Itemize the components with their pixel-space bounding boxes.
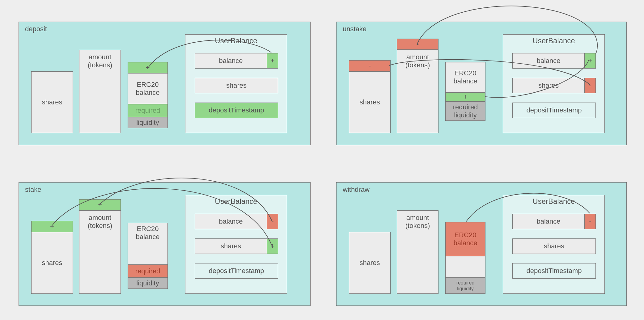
withdraw-required-liquidity-box: required liquidity — [445, 278, 485, 294]
stake-amount-box: amount (tokens) — [79, 210, 121, 294]
withdraw-ub-balance-minus: - — [585, 214, 596, 229]
unstake-amount-label: amount (tokens) — [397, 53, 438, 69]
unstake-required-liquidity-label: required liquidity — [453, 103, 478, 120]
deposit-ub-deposittimestamp: depositTimestamp — [195, 103, 278, 118]
withdraw-ub-deposittimestamp: depositTimestamp — [512, 263, 596, 279]
deposit-ub-balance-plus: + — [267, 53, 278, 69]
stake-userbalance-container: UserBalance balance - shares + depositTi… — [185, 195, 287, 294]
stake-required-box: required — [128, 265, 168, 278]
panel-withdraw: withdraw shares amount (tokens) ERC20 ba… — [336, 182, 627, 306]
deposit-ub-balance: balance — [195, 53, 267, 69]
stake-required-label: required — [135, 267, 160, 275]
panel-withdraw-title: withdraw — [343, 186, 370, 194]
stake-amount-label: amount (tokens) — [79, 214, 121, 230]
withdraw-erc20-balance-box: ERC20 balance — [445, 222, 485, 256]
withdraw-ub-balance-label: balance — [536, 217, 560, 225]
withdraw-erc20-mid-box — [445, 256, 485, 278]
stake-ub-balance-label: balance — [219, 217, 243, 225]
withdraw-amount-label: amount (tokens) — [397, 214, 438, 230]
panel-unstake-title: unstake — [343, 25, 366, 33]
unstake-ub-deposittimestamp: depositTimestamp — [512, 103, 596, 118]
stake-shares-box: shares — [31, 232, 73, 294]
unstake-userbalance-container: UserBalance balance + shares - depositTi… — [503, 34, 605, 133]
withdraw-ub-shares: shares — [512, 238, 596, 254]
withdraw-shares-label: shares — [359, 259, 380, 267]
stake-ub-shares: shares — [195, 238, 267, 254]
deposit-erc20-balance-label: ERC20 balance — [136, 81, 159, 97]
deposit-erc20-plus-symbol: + — [146, 64, 150, 72]
panel-deposit-title: deposit — [25, 25, 47, 33]
deposit-required-box: required — [128, 104, 168, 117]
unstake-shares-minus-cap: - — [349, 60, 391, 71]
withdraw-amount-box: amount (tokens) — [397, 210, 439, 294]
withdraw-required-liquidity-label: required liquidity — [456, 280, 475, 292]
deposit-ub-balance-label: balance — [219, 57, 243, 65]
deposit-amount-box: amount (tokens) — [79, 50, 121, 133]
deposit-shares-box: shares — [31, 71, 73, 133]
stake-amount-plus-cap: + — [79, 199, 121, 210]
deposit-ub-deposittimestamp-label: depositTimestamp — [209, 106, 264, 114]
unstake-shares-label: shares — [359, 98, 380, 106]
stake-erc20-balance-label: ERC20 balance — [128, 225, 167, 241]
panel-unstake: unstake - shares - amount (tokens) ERC20… — [336, 22, 627, 145]
stake-ub-deposittimestamp-label: depositTimestamp — [209, 267, 264, 275]
unstake-erc20-balance-box: ERC20 balance — [445, 62, 485, 92]
withdraw-erc20-balance-label: ERC20 balance — [453, 231, 477, 247]
stake-shares-label: shares — [42, 259, 62, 267]
deposit-ub-shares: shares — [195, 78, 278, 93]
panel-deposit: deposit shares amount (tokens) + ERC20 b… — [19, 22, 311, 145]
unstake-ub-shares-minus: - — [585, 78, 596, 93]
unstake-erc20-plus-strip: + — [445, 92, 485, 102]
panel-stake-title: stake — [25, 186, 41, 194]
unstake-amount-minus-cap: - — [397, 39, 439, 50]
stake-ub-shares-plus: + — [267, 238, 278, 254]
unstake-ub-balance: balance — [512, 53, 585, 69]
unstake-required-liquidity-box: required liquidity — [445, 102, 485, 121]
stake-ub-balance: balance — [195, 214, 267, 229]
stake-userbalance-title: UserBalance — [185, 197, 287, 206]
unstake-ub-shares-label: shares — [538, 82, 559, 90]
deposit-userbalance-title: UserBalance — [185, 36, 287, 45]
withdraw-ub-shares-label: shares — [544, 242, 564, 250]
deposit-amount-label: amount (tokens) — [79, 53, 121, 69]
deposit-liquidity-label: liquidity — [136, 119, 159, 127]
stake-liquidity-box: liquidity — [128, 278, 168, 289]
deposit-erc20-plus-cap: + — [128, 62, 168, 73]
deposit-ub-shares-label: shares — [226, 82, 247, 90]
panel-stake: stake + shares + amount (tokens) ERC20 b… — [19, 182, 311, 306]
stake-erc20-balance-box: ERC20 balance — [128, 223, 168, 265]
stake-shares-plus-cap: + — [31, 221, 73, 232]
unstake-ub-deposittimestamp-label: depositTimestamp — [527, 106, 582, 114]
unstake-shares-box: shares — [349, 71, 391, 133]
deposit-shares-label: shares — [42, 98, 62, 106]
stake-ub-deposittimestamp: depositTimestamp — [195, 263, 278, 279]
deposit-userbalance-container: UserBalance balance + shares depositTime… — [185, 34, 287, 133]
unstake-userbalance-title: UserBalance — [503, 36, 604, 45]
unstake-erc20-balance-label: ERC20 balance — [453, 69, 477, 86]
stake-liquidity-label: liquidity — [136, 279, 159, 287]
deposit-erc20-balance-box: ERC20 balance — [128, 73, 168, 104]
unstake-amount-box: amount (tokens) — [397, 50, 439, 133]
withdraw-userbalance-container: UserBalance balance - shares depositTime… — [503, 195, 605, 294]
withdraw-ub-balance: balance — [512, 214, 585, 229]
stake-ub-balance-minus: - — [267, 214, 278, 229]
withdraw-userbalance-title: UserBalance — [503, 197, 604, 206]
unstake-ub-balance-label: balance — [536, 57, 560, 65]
unstake-ub-balance-plus: + — [585, 53, 596, 69]
deposit-liquidity-box: liquidity — [128, 117, 168, 128]
withdraw-ub-deposittimestamp-label: depositTimestamp — [527, 267, 582, 275]
deposit-required-label: required — [135, 107, 160, 115]
withdraw-shares-box: shares — [349, 232, 391, 294]
unstake-ub-shares: shares — [512, 78, 585, 93]
stake-ub-shares-label: shares — [221, 242, 241, 250]
